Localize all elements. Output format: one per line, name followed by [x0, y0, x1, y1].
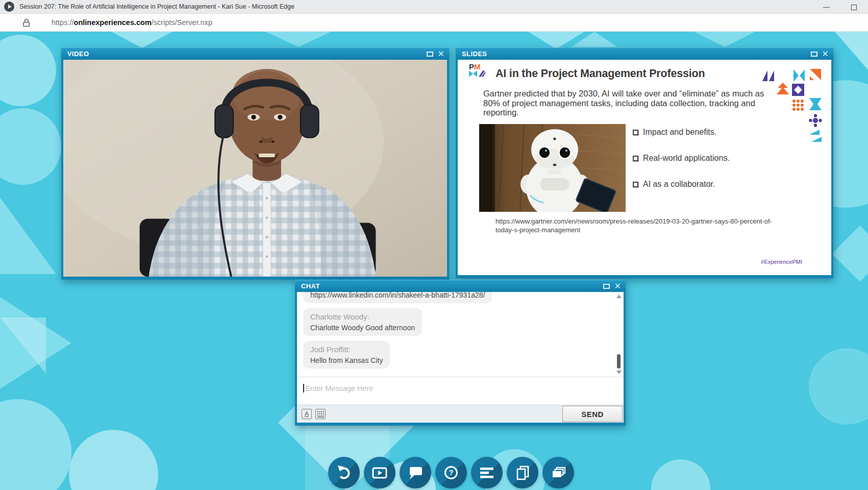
app-window: Session 207: The Role of Artificial Inte… — [0, 0, 868, 490]
font-a-icon: A — [305, 411, 309, 417]
tile-purple-diamond-icon — [791, 83, 805, 96]
chat-message-author: Jodi Proffitt: — [310, 345, 383, 354]
chat-message-text: Hello from Kansas City — [310, 356, 383, 364]
tile-orange-dots-icon — [791, 99, 805, 112]
video-stream — [63, 60, 447, 277]
keypad-grid-icon — [317, 411, 324, 418]
chat-scrollbar[interactable] — [615, 292, 623, 377]
browser-titlebar: Session 207: The Role of Artificial Inte… — [0, 0, 868, 14]
chat-message-author: Charlotte Woody: — [310, 312, 415, 321]
tile-orange-tree-icon — [776, 82, 789, 95]
bg-shape — [265, 32, 332, 47]
url-scheme: https:// — [52, 18, 74, 27]
chat-maximize-icon[interactable] — [603, 284, 610, 289]
documents-button[interactable] — [507, 457, 538, 488]
bullet-text: Impact and benefits. — [643, 128, 716, 137]
slide-stack-icon — [551, 465, 566, 480]
question-mark-icon: ? — [443, 465, 459, 480]
bullet-square-icon — [633, 182, 638, 187]
bullet-square-icon — [633, 130, 638, 135]
svg-text:?: ? — [449, 469, 454, 477]
browser-urlbar: https://onlinexperiences.com/scripts/Ser… — [0, 14, 868, 32]
address-field[interactable]: https://onlinexperiences.com/scripts/Ser… — [52, 18, 212, 27]
bullet-square-icon — [633, 156, 638, 161]
tile-purple-triangles-icon — [762, 69, 775, 82]
tile-purple-dots-icon — [809, 114, 822, 127]
slides-maximize-icon[interactable] — [811, 52, 817, 57]
video-window-button[interactable] — [364, 457, 395, 488]
video-panel-header[interactable]: VIDEO ✕ — [61, 47, 449, 60]
font-format-button[interactable]: A — [302, 409, 312, 419]
chat-message-text: Charlotte Woody Good afternoon — [310, 324, 415, 332]
replay-button[interactable] — [328, 457, 360, 488]
window-minimize-button[interactable] — [821, 3, 832, 11]
bg-shape — [651, 459, 710, 490]
send-button[interactable]: SEND — [562, 406, 623, 422]
chat-panel-title: CHAT — [301, 282, 320, 290]
video-player-icon — [372, 465, 387, 480]
slide-bullet-item: Impact and benefits. — [633, 128, 716, 137]
bg-shape — [832, 226, 868, 282]
lock-icon[interactable] — [22, 18, 30, 27]
replay-icon — [336, 465, 352, 480]
tile-orange-arrow-icon — [809, 68, 822, 81]
qa-list-button[interactable] — [471, 457, 503, 488]
chat-panel: CHAT ✕ https://www.linkedin.com/in/shake… — [295, 280, 626, 426]
video-panel-title: VIDEO — [67, 50, 89, 58]
pmi-logo-mark-icon — [469, 70, 485, 77]
bg-shape — [835, 32, 868, 70]
bg-shape — [69, 430, 158, 490]
chat-close-icon[interactable]: ✕ — [614, 283, 621, 290]
pmi-logo: PM — [469, 63, 489, 79]
chat-message-list: https://www.linkedin.com/in/shakeel-a-bh… — [297, 292, 624, 377]
slide-body-text: Gartner predicted that by 2030, AI will … — [483, 89, 782, 117]
tile-teal-bowtie-icon — [792, 69, 806, 82]
video-close-icon[interactable]: ✕ — [438, 51, 444, 58]
slides-stack-button[interactable] — [542, 457, 574, 488]
slide-bullet-item: Real-world applications. — [633, 154, 730, 163]
robot-photo — [479, 124, 626, 212]
url-domain: onlinexperiences.com — [74, 18, 152, 27]
bullet-text: AI as a collaborator. — [643, 180, 715, 189]
chat-window-button[interactable] — [400, 457, 431, 488]
window-maximize-button[interactable] — [848, 3, 859, 11]
slides-panel-header[interactable]: SLIDES ✕ — [456, 47, 833, 60]
pmi-logo-p: P — [469, 62, 474, 71]
bg-shape — [0, 198, 56, 274]
bg-shape — [694, 32, 755, 47]
play-favicon-icon — [4, 2, 14, 12]
chat-message-input[interactable]: Enter Message Here — [297, 377, 624, 405]
scrollbar-thumb[interactable] — [617, 354, 621, 369]
slides-close-icon[interactable]: ✕ — [822, 51, 829, 58]
chat-message: https://www.linkedin.com/in/shakeel-a-bh… — [303, 292, 492, 303]
event-desktop: VIDEO ✕ — [0, 32, 868, 490]
slides-panel: SLIDES ✕ PM — [456, 47, 833, 278]
chat-bubble-icon — [408, 465, 423, 480]
chat-message: Jodi Proffitt: Hello from Kansas City — [303, 341, 390, 369]
slide-bullet-item: AI as a collaborator. — [633, 180, 715, 189]
chat-toolbar: A SEND — [297, 405, 624, 423]
chat-message: Charlotte Woody: Charlotte Woody Good af… — [303, 308, 422, 336]
slide-canvas: PM AI in the Project Management Professi… — [458, 60, 831, 275]
scroll-down-icon[interactable] — [616, 371, 622, 374]
bg-shape — [0, 35, 56, 106]
help-button[interactable]: ? — [435, 457, 467, 488]
bg-shape — [809, 348, 868, 425]
pmi-logo-m: M — [474, 62, 481, 71]
chat-panel-header[interactable]: CHAT ✕ — [295, 280, 626, 292]
session-toolbar: ? — [328, 457, 574, 488]
scroll-up-icon[interactable] — [616, 295, 622, 298]
chat-message-text: https://www.linkedin.com/in/shakeel-a-bh… — [310, 292, 485, 299]
text-caret — [303, 384, 304, 393]
slide-source-url: https://www.gartner.com/en/newsroom/pres… — [495, 217, 774, 235]
url-path: /scripts/Server.nxp — [152, 18, 212, 27]
bullet-text: Real-world applications. — [643, 154, 730, 163]
tile-teal-slants-icon — [809, 129, 822, 142]
speaker-webcam-video — [63, 60, 447, 277]
tile-teal-spool-icon — [809, 97, 822, 111]
video-maximize-icon[interactable] — [427, 52, 433, 57]
window-title: Session 207: The Role of Artificial Inte… — [19, 3, 294, 10]
emoji-keypad-button[interactable] — [315, 409, 326, 419]
bg-shape — [0, 399, 71, 490]
video-panel: VIDEO ✕ — [61, 47, 449, 280]
